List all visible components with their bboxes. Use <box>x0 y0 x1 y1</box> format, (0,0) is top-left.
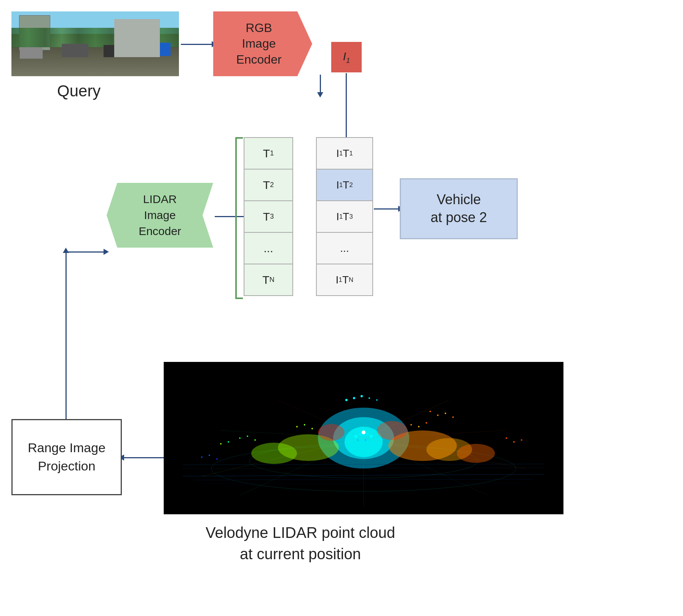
svg-point-34 <box>209 454 210 456</box>
pose-box: Vehicleat pose 2 <box>400 178 518 239</box>
arrow-query-to-rgb <box>181 44 213 45</box>
svg-point-25 <box>376 399 378 401</box>
i1-label: I1 <box>343 50 350 65</box>
t-cell-2: T2 <box>244 169 293 201</box>
velodyne-line2: at current position <box>240 546 361 562</box>
arrow-rgb-to-i1 <box>320 75 321 94</box>
query-image <box>11 11 179 76</box>
arrow-pointcloud-to-range <box>123 457 164 458</box>
svg-point-8 <box>457 444 495 463</box>
svg-point-47 <box>311 428 313 429</box>
svg-point-48 <box>410 424 412 426</box>
velodyne-line1: Velodyne LIDAR point cloud <box>206 524 395 541</box>
svg-point-42 <box>364 439 367 441</box>
svg-point-50 <box>426 422 427 424</box>
svg-point-27 <box>437 414 439 416</box>
svg-point-45 <box>296 426 298 427</box>
t-column: T1 T2 T3 ... TN <box>244 137 293 295</box>
range-to-lidar-h-arrow <box>104 249 109 255</box>
arrow-it-to-pose <box>374 208 400 210</box>
it-column: I1T1 I1T2 I1T3 ... I1TN <box>316 137 373 295</box>
lidar-encoder: LIDARImageEncoder <box>107 183 213 248</box>
svg-point-38 <box>362 430 365 434</box>
svg-point-39 <box>366 433 369 436</box>
t-cell-dots: ... <box>244 232 293 264</box>
svg-point-37 <box>358 433 361 436</box>
svg-point-29 <box>452 416 454 418</box>
pose-label: Vehicleat pose 2 <box>431 191 487 227</box>
rgb-encoder-label: RGBImageEncoder <box>236 20 281 68</box>
lidar-encoder-label: LIDARImageEncoder <box>139 191 181 239</box>
svg-point-12 <box>318 424 345 441</box>
svg-point-17 <box>247 435 248 437</box>
t-cell-1: T1 <box>244 137 293 170</box>
velodyne-label: Velodyne LIDAR point cloud at current po… <box>206 522 395 565</box>
svg-point-31 <box>513 441 515 443</box>
svg-point-20 <box>228 441 229 443</box>
t-column-bracket <box>235 137 243 299</box>
svg-point-33 <box>201 456 203 458</box>
svg-point-19 <box>220 443 222 445</box>
range-to-lidar-vertical <box>65 251 67 419</box>
svg-point-32 <box>521 439 522 441</box>
svg-point-46 <box>304 424 305 426</box>
range-label: Range ImageProjection <box>28 439 105 475</box>
query-label: Query <box>57 82 101 100</box>
svg-point-24 <box>369 397 370 399</box>
diagram-container: Query RGBImageEncoder I1 LIDARImageEncod… <box>0 0 683 616</box>
svg-point-16 <box>239 437 241 439</box>
it-cell-3: I1T3 <box>316 200 373 233</box>
it-cell-2-highlighted: I1T2 <box>316 169 373 201</box>
i1-box: I1 <box>331 42 362 72</box>
svg-point-23 <box>361 395 363 397</box>
svg-point-10 <box>251 443 297 464</box>
t-cell-3: T3 <box>244 200 293 233</box>
it-cell-1: I1T1 <box>316 137 373 170</box>
range-image-box: Range ImageProjection <box>11 419 122 495</box>
svg-point-49 <box>418 426 420 427</box>
svg-point-22 <box>353 397 355 399</box>
svg-point-28 <box>445 413 446 414</box>
svg-point-26 <box>429 411 431 412</box>
svg-point-35 <box>216 458 218 460</box>
t-cell-n: TN <box>244 264 293 296</box>
svg-point-30 <box>506 437 507 439</box>
it-cell-dots: ... <box>316 232 373 264</box>
it-cell-n: I1TN <box>316 264 373 296</box>
range-to-lidar-horizontal <box>65 251 107 253</box>
lidar-pointcloud-image <box>164 362 563 514</box>
rgb-encoder: RGBImageEncoder <box>213 11 312 76</box>
svg-point-21 <box>345 399 348 401</box>
svg-point-18 <box>254 439 256 441</box>
